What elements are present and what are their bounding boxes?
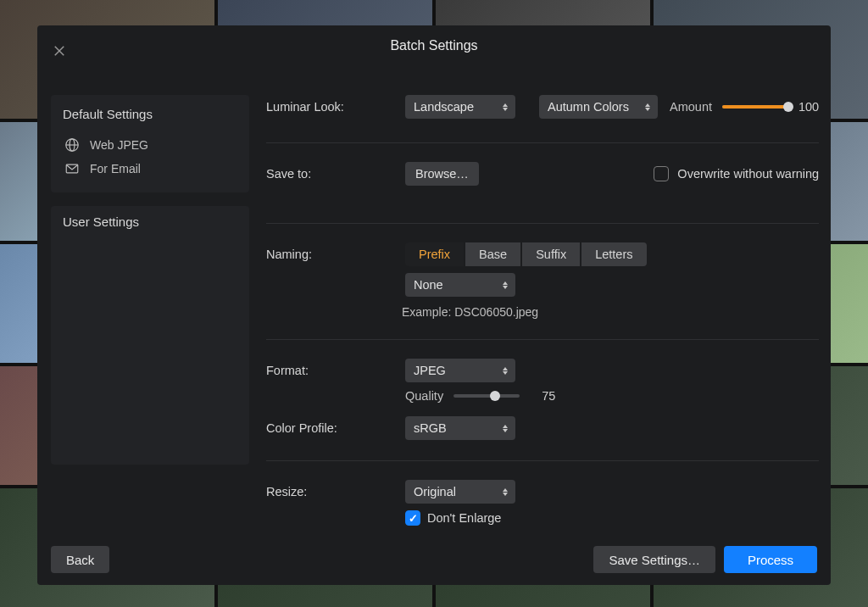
- naming-option-select[interactable]: None: [405, 273, 515, 297]
- dialog-footer: Back Save Settings… Process: [37, 534, 831, 585]
- select-value: Original: [414, 485, 456, 498]
- select-caret-icon: [500, 100, 510, 114]
- look-preset-select[interactable]: Landscape: [405, 95, 515, 119]
- save-settings-button[interactable]: Save Settings…: [593, 546, 715, 573]
- close-icon[interactable]: [53, 44, 66, 58]
- luminar-look-row: Luminar Look: Landscape Autumn Colors Am…: [266, 95, 819, 142]
- amount-value: 100: [798, 100, 819, 114]
- dialog-title: Batch Settings: [390, 38, 477, 53]
- process-button[interactable]: Process: [724, 546, 817, 573]
- look-filter-select[interactable]: Autumn Colors: [539, 95, 658, 119]
- dialog-header: Batch Settings: [37, 25, 831, 66]
- select-value: Landscape: [414, 100, 474, 114]
- envelope-icon: [64, 161, 80, 176]
- overwrite-checkbox[interactable]: [654, 166, 669, 181]
- user-settings-heading: User Settings: [63, 214, 237, 229]
- overwrite-label: Overwrite without warning: [677, 167, 819, 181]
- preset-label: For Email: [90, 162, 141, 175]
- look-label: Luminar Look:: [266, 100, 393, 114]
- naming-example: Example: DSC06050.jpeg: [402, 305, 819, 319]
- divider: [266, 142, 819, 143]
- amount-label: Amount: [670, 100, 712, 114]
- preset-label: Web JPEG: [90, 138, 148, 152]
- quality-row: Quality 75: [266, 389, 819, 416]
- color-profile-row: Color Profile: sRGB: [266, 416, 819, 460]
- naming-tab-letters[interactable]: Letters: [581, 242, 646, 266]
- batch-settings-dialog: Batch Settings Default Settings Web JPEG…: [37, 25, 831, 585]
- browse-button[interactable]: Browse…: [405, 162, 479, 186]
- default-settings-section: Default Settings Web JPEG For Email: [51, 95, 249, 192]
- resize-label: Resize:: [266, 485, 393, 498]
- quality-label: Quality: [405, 389, 443, 403]
- select-value: sRGB: [414, 421, 447, 435]
- dont-enlarge-row: Don't Enlarge: [266, 510, 819, 537]
- save-to-row: Save to: Browse… Overwrite without warni…: [266, 162, 819, 223]
- naming-tab-base[interactable]: Base: [465, 242, 520, 266]
- naming-option-row: None: [266, 273, 819, 297]
- naming-row: Naming: Prefix Base Suffix Letters: [266, 242, 819, 273]
- dont-enlarge-checkbox[interactable]: [405, 510, 420, 526]
- naming-tab-prefix[interactable]: Prefix: [405, 242, 464, 266]
- preset-web-jpeg[interactable]: Web JPEG: [63, 133, 237, 157]
- default-settings-heading: Default Settings: [63, 107, 237, 121]
- select-caret-icon: [500, 485, 510, 498]
- select-value: Autumn Colors: [548, 100, 629, 114]
- color-profile-label: Color Profile:: [266, 421, 393, 435]
- resize-select[interactable]: Original: [405, 480, 515, 504]
- amount-slider[interactable]: [722, 105, 788, 109]
- save-to-label: Save to:: [266, 167, 393, 181]
- divider: [266, 339, 819, 340]
- naming-tab-suffix[interactable]: Suffix: [522, 242, 580, 266]
- format-label: Format:: [266, 364, 393, 377]
- globe-icon: [64, 137, 80, 153]
- naming-segmented: Prefix Base Suffix Letters: [405, 242, 647, 266]
- quality-value: 75: [542, 389, 555, 403]
- select-caret-icon: [500, 364, 510, 377]
- select-caret-icon: [500, 421, 510, 435]
- color-profile-select[interactable]: sRGB: [405, 416, 515, 440]
- format-select[interactable]: JPEG: [405, 359, 515, 382]
- dont-enlarge-label: Don't Enlarge: [427, 511, 501, 525]
- settings-sidebar: Default Settings Web JPEG For Email User…: [51, 66, 249, 534]
- preset-for-email[interactable]: For Email: [63, 157, 237, 181]
- settings-panel: Luminar Look: Landscape Autumn Colors Am…: [266, 66, 826, 534]
- select-value: None: [414, 278, 443, 292]
- user-settings-section: User Settings: [51, 206, 249, 465]
- select-caret-icon: [500, 278, 510, 292]
- resize-row: Resize: Original: [266, 480, 819, 510]
- divider: [266, 460, 819, 461]
- divider: [266, 223, 819, 224]
- format-row: Format: JPEG: [266, 359, 819, 389]
- back-button[interactable]: Back: [51, 546, 109, 573]
- naming-label: Naming:: [266, 248, 393, 261]
- select-caret-icon: [643, 100, 653, 114]
- select-value: JPEG: [414, 364, 446, 377]
- quality-slider[interactable]: [453, 394, 520, 398]
